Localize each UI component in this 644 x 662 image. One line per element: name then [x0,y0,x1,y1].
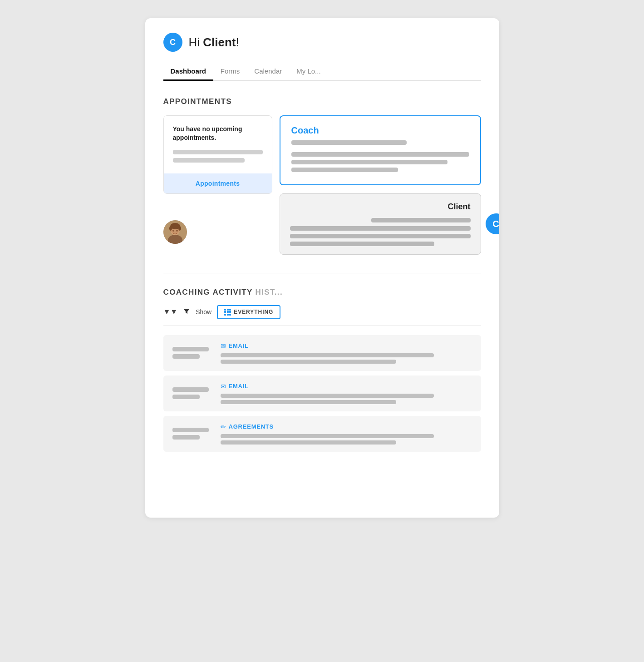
date-sk1 [172,428,209,432]
appointments-section: APPOINTMENTS You have no upcoming appoin… [163,97,481,255]
appointments-row: You have no upcoming appointments. Appoi… [163,115,481,255]
svg-point-5 [169,226,172,231]
activity-item: ✉ EMAIL [163,375,481,411]
activity-list: ✉ EMAIL ✉ [163,335,481,456]
activity-sk1 [221,353,434,357]
filter-row: ▼▼ Show EVERYTHING [163,305,481,326]
activity-sk1 [221,434,434,438]
agreements-type-label: AGREEMENTS [229,423,274,430]
header: C Hi Client! Dashboard Forms Calendar My… [145,18,499,81]
tab-mylog[interactable]: My Lo... [289,63,328,81]
activity-item: ✏ AGREEMENTS [163,416,481,452]
activity-type-row: ✉ EMAIL [221,342,472,350]
coaching-title-main: COACHING ACTIVITY [163,288,253,296]
coach-card: Coach [280,115,481,185]
activity-sk2 [221,440,397,445]
activity-date-col [172,387,213,399]
coaching-title: COACHING ACTIVITY HIST... [163,288,481,297]
client-sk-0 [371,218,471,222]
activity-date-col [172,428,213,440]
client-card-area: Client C [280,193,481,255]
date-sk1 [172,387,209,392]
filter-icon: ▼▼ [163,308,178,316]
filter-show-label: Show [196,308,211,316]
filter-funnel-icon [183,308,190,316]
no-upcoming-text: You have no upcoming appointments. [173,125,263,143]
grid-icon [224,309,231,316]
greeting: Hi Client! [189,35,239,49]
greeting-name: Client [203,35,236,49]
content: APPOINTMENTS You have no upcoming appoin… [145,81,499,474]
activity-sk1 [221,394,434,398]
everything-label: EVERYTHING [234,309,273,315]
date-sk1 [172,347,209,351]
activity-main: ✉ EMAIL [221,342,472,364]
section-divider [163,273,481,273]
coach-avatar [163,220,187,244]
client-sk-3 [290,242,434,246]
greeting-prefix: Hi [189,35,203,49]
activity-sk2 [221,400,397,404]
activity-type-label: EMAIL [229,342,249,349]
activity-item: ✉ EMAIL [163,335,481,371]
client-card: Client [280,193,481,255]
activity-sk2 [221,360,397,364]
coach-skeleton-short [291,140,407,145]
appointments-title: APPOINTMENTS [163,97,481,106]
coaching-section: COACHING ACTIVITY HIST... ▼▼ Show [163,288,481,456]
activity-main: ✉ EMAIL [221,383,472,404]
client-sk-2 [290,234,471,238]
activity-type-row: ✉ EMAIL [221,383,472,390]
tab-calendar[interactable]: Calendar [247,63,289,81]
svg-point-8 [176,230,178,232]
date-sk2 [172,354,200,359]
date-sk2 [172,435,200,440]
activity-date-col [172,347,213,359]
coaching-title-fade: HIST... [252,288,283,296]
email-icon: ✉ [221,383,226,390]
coach-skeleton-2 [291,160,448,164]
coach-name: Coach [291,125,469,136]
client-sk-1 [290,226,471,231]
activity-type-label: EMAIL [229,383,249,390]
svg-point-7 [172,230,174,232]
coach-skeleton-1 [291,152,469,157]
main-card: C Hi Client! Dashboard Forms Calendar My… [145,18,499,518]
activity-main: ✏ AGREEMENTS [221,423,472,445]
coach-client-col: Coach Client [280,115,481,255]
coach-avatar-wrap [163,220,187,244]
tabs: Dashboard Forms Calendar My Lo... [163,63,481,81]
email-icon: ✉ [221,342,226,350]
client-badge: C [486,213,499,234]
greeting-suffix: ! [236,35,239,49]
coach-skeleton-3 [291,168,398,172]
header-row: C Hi Client! [163,33,481,52]
tab-dashboard[interactable]: Dashboard [163,63,213,81]
activity-type-row: ✏ AGREEMENTS [221,423,472,430]
everything-button[interactable]: EVERYTHING [217,305,280,319]
client-name: Client [290,202,471,212]
skeleton-line-2 [173,158,245,163]
appt-left-col: You have no upcoming appointments. Appoi… [163,115,272,244]
date-sk2 [172,395,200,399]
user-avatar: C [163,33,182,52]
appointments-button[interactable]: Appointments [164,173,272,193]
appointments-card: You have no upcoming appointments. Appoi… [163,115,272,194]
svg-point-6 [178,226,181,231]
tab-forms[interactable]: Forms [213,63,247,81]
skeleton-line-1 [173,150,263,154]
agreements-icon: ✏ [221,423,226,430]
